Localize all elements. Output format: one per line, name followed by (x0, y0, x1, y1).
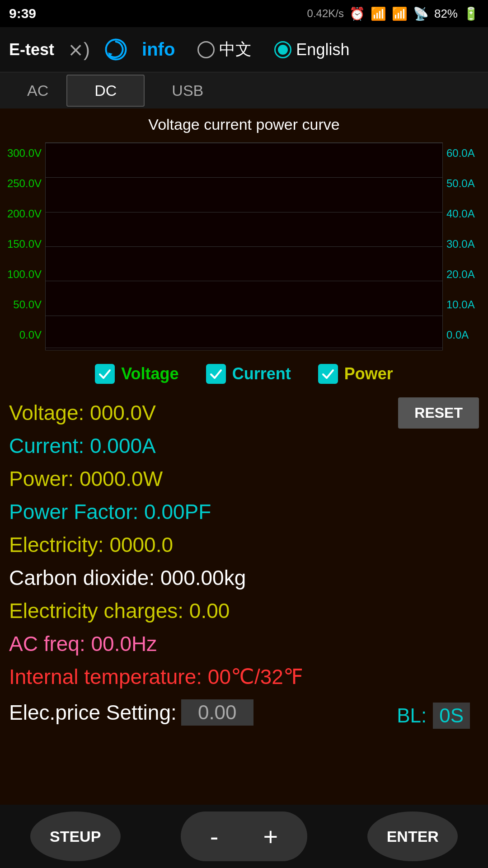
minus-plus-button[interactable]: - + (181, 811, 307, 861)
english-label: English (296, 40, 349, 59)
power-factor-reading: Power Factor: 0.00PF (9, 496, 479, 528)
signal-icon-2: 📶 (392, 6, 408, 21)
elec-price-input[interactable] (181, 699, 253, 726)
tab-usb[interactable]: USB (145, 75, 230, 106)
internal-temp-label: Internal temperature: (9, 665, 202, 689)
status-icons: 0.42K/s ⏰ 📶 📶 📡 82% 🔋 (307, 6, 479, 21)
electricity-value: 0000.0 (109, 533, 173, 557)
y-right-40: 40.0A (446, 208, 483, 220)
internal-temp-reading: Internal temperature: 00℃/32℉ (9, 661, 479, 693)
voltage-label: Voltage (121, 364, 178, 383)
app-name: E-test (9, 40, 54, 59)
electricity-reading: Electricity: 0000.0 (9, 529, 479, 561)
elec-charges-value: 0.00 (189, 599, 230, 623)
y-left-0: 0.0V (5, 329, 42, 341)
voltage-reading-label: Voltage: (9, 401, 84, 425)
steup-button[interactable]: STEUP (30, 811, 121, 861)
power-reading-label: Power: (9, 467, 74, 491)
battery-icon: 🔋 (463, 6, 479, 21)
power-reading: Power: 0000.0W (9, 463, 479, 495)
power-label: Power (344, 364, 393, 383)
english-option[interactable]: English (274, 40, 349, 59)
bluetooth-icon[interactable]: ⨯) (68, 38, 90, 61)
bl-value[interactable]: 0S (433, 703, 470, 729)
elec-price-row: Elec.price Setting: BL: 0S (9, 696, 479, 729)
english-radio[interactable] (274, 41, 291, 58)
current-reading-value: 0.000A (90, 434, 156, 458)
reset-button[interactable]: RESET (398, 397, 479, 429)
battery-level: 82% (434, 7, 458, 21)
y-left-200: 200.0V (5, 208, 42, 220)
current-checkbox[interactable] (206, 364, 226, 384)
y-left-100: 100.0V (5, 268, 42, 281)
elec-charges-reading: Electricity charges: 0.00 (9, 595, 479, 627)
legend-voltage[interactable]: Voltage (95, 364, 178, 384)
legend-bar: Voltage Current Power (0, 355, 488, 393)
electricity-label: Electricity: (9, 533, 104, 557)
carbon-reading: Carbon dioxide: 000.00kg (9, 562, 479, 594)
alarm-icon: ⏰ (349, 6, 365, 21)
internal-temp-value: 00℃/32℉ (208, 665, 303, 689)
wifi-icon: 📡 (413, 6, 429, 21)
signal-icon-1: 📶 (371, 6, 386, 21)
legend-current[interactable]: Current (206, 364, 291, 384)
ac-freq-label: AC freq: (9, 632, 85, 656)
power-factor-label: Power Factor: (9, 500, 138, 524)
bl-section: BL: 0S (397, 703, 470, 729)
voltage-reading-value: 000.0V (90, 401, 156, 425)
legend-power[interactable]: Power (318, 364, 393, 384)
voltage-checkbox[interactable] (95, 364, 115, 384)
bottom-nav: STEUP - + ENTER (0, 805, 488, 868)
current-reading: Current: 0.000A (9, 430, 479, 462)
y-axis-left: 300.0V 250.0V 200.0V 150.0V 100.0V 50.0V… (5, 142, 45, 350)
carbon-label: Carbon dioxide: (9, 566, 155, 590)
elec-price-label: Elec.price Setting: (9, 700, 177, 725)
nav-bar: E-test ⨯) info 中文 English (0, 27, 488, 72)
y-right-10: 10.0A (446, 298, 483, 311)
status-bar: 9:39 0.42K/s ⏰ 📶 📶 📡 82% 🔋 (0, 0, 488, 27)
status-time: 9:39 (9, 6, 36, 21)
y-right-0: 0.0A (446, 329, 483, 341)
ac-freq-reading: AC freq: 00.0Hz (9, 628, 479, 660)
power-reading-value: 0000.0W (80, 467, 163, 491)
info-button[interactable]: info (142, 39, 175, 60)
chinese-option[interactable]: 中文 (197, 38, 252, 61)
carbon-value: 000.00kg (160, 566, 246, 590)
chart-title: Voltage current power curve (0, 108, 488, 138)
tab-dc[interactable]: DC (66, 75, 145, 107)
current-reading-label: Current: (9, 434, 84, 458)
bl-label: BL: (397, 704, 427, 727)
y-left-250: 250.0V (5, 177, 42, 190)
minus-button[interactable]: - (210, 822, 219, 851)
y-left-300: 300.0V (5, 147, 42, 160)
y-right-30: 30.0A (446, 238, 483, 250)
chinese-radio[interactable] (197, 41, 215, 58)
elec-charges-label: Electricity charges: (9, 599, 183, 623)
y-axis-right: 60.0A 50.0A 40.0A 30.0A 20.0A 10.0A 0.0A (443, 142, 483, 350)
refresh-icon[interactable] (103, 37, 128, 62)
data-section: RESET Voltage: 000.0V Current: 0.000A Po… (0, 393, 488, 733)
chart-grid (45, 142, 443, 350)
speed-indicator: 0.42K/s (307, 7, 344, 20)
y-right-50: 50.0A (446, 177, 483, 190)
enter-button[interactable]: ENTER (367, 811, 458, 861)
y-right-60: 60.0A (446, 147, 483, 160)
y-right-20: 20.0A (446, 268, 483, 281)
plus-button[interactable]: + (263, 822, 278, 851)
power-checkbox[interactable] (318, 364, 338, 384)
y-left-50: 50.0V (5, 298, 42, 311)
tab-ac[interactable]: AC (9, 75, 66, 106)
chinese-label: 中文 (219, 38, 252, 61)
tab-bar: AC DC USB (0, 72, 488, 108)
y-left-150: 150.0V (5, 238, 42, 250)
ac-freq-value: 00.0Hz (91, 632, 157, 656)
current-label: Current (232, 364, 291, 383)
chart-container: 300.0V 250.0V 200.0V 150.0V 100.0V 50.0V… (0, 138, 488, 355)
power-factor-value: 0.00PF (144, 500, 211, 524)
